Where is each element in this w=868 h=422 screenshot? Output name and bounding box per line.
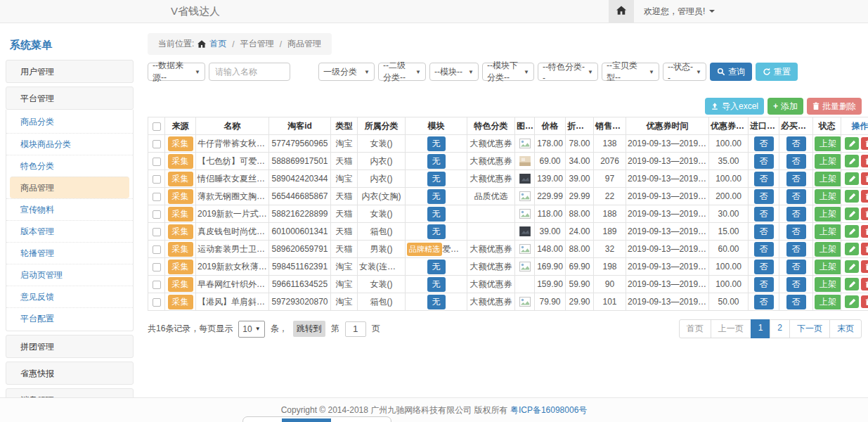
sidebar-item-10[interactable]: 意见反馈 — [6, 286, 133, 307]
sidebar-item-7[interactable]: 版本管理 — [6, 220, 133, 242]
user-menu[interactable]: 欢迎您，管理员! — [634, 0, 725, 23]
first-page-button[interactable]: 首页 — [679, 319, 711, 338]
delete-button[interactable] — [861, 260, 868, 273]
status-button[interactable]: 上架 — [815, 260, 841, 274]
page-1-button[interactable]: 1 — [751, 319, 771, 338]
sidebar-item-13[interactable]: 省惠快报 — [6, 362, 134, 385]
status-button[interactable]: 上架 — [815, 277, 841, 292]
add-button[interactable]: + 添加 — [767, 98, 803, 115]
module-select[interactable]: --模块--▼ — [429, 63, 479, 81]
edit-button[interactable] — [845, 243, 859, 255]
import-select-toggle[interactable]: 否 — [754, 172, 774, 186]
status-button[interactable]: 上架 — [815, 207, 841, 222]
level1-category-select[interactable]: 一级分类▼ — [318, 63, 375, 81]
status-button[interactable]: 上架 — [815, 136, 841, 151]
import-select-toggle[interactable]: 否 — [754, 295, 774, 309]
next-page-button[interactable]: 下一页 — [789, 319, 830, 338]
sidebar-item-8[interactable]: 轮播管理 — [6, 242, 133, 264]
row-checkbox[interactable] — [153, 193, 161, 201]
batch-delete-button[interactable]: 批量删除 — [807, 98, 862, 115]
must-buy-toggle[interactable]: 否 — [786, 260, 806, 274]
sidebar-item-2[interactable]: 商品分类 — [6, 111, 133, 133]
status-button[interactable]: 上架 — [815, 295, 841, 309]
row-checkbox[interactable] — [153, 228, 161, 236]
edit-button[interactable] — [845, 172, 859, 185]
delete-button[interactable] — [861, 295, 868, 308]
import-select-toggle[interactable]: 否 — [754, 224, 774, 239]
delete-button[interactable] — [861, 155, 868, 167]
per-page-select[interactable]: 10 ▼ — [238, 321, 264, 338]
import-select-toggle[interactable]: 否 — [754, 242, 774, 257]
edit-button[interactable] — [845, 207, 859, 220]
status-button[interactable]: 上架 — [815, 242, 841, 257]
page-number-input[interactable] — [345, 321, 366, 337]
sidebar-item-11[interactable]: 平台配置 — [6, 307, 133, 329]
must-buy-toggle[interactable]: 否 — [786, 295, 806, 309]
sidebar-item-6[interactable]: 宣传物料 — [6, 198, 133, 220]
status-select[interactable]: --状态--▼ — [663, 63, 706, 81]
module-subcategory-select[interactable]: --模块下分类--▼ — [482, 63, 534, 81]
import-select-toggle[interactable]: 否 — [754, 136, 774, 151]
edit-button[interactable] — [845, 225, 859, 238]
name-search-input[interactable] — [209, 63, 290, 81]
row-checkbox[interactable] — [153, 298, 161, 307]
icp-link[interactable]: 粤ICP备16098006号 — [510, 405, 587, 415]
row-checkbox[interactable] — [153, 158, 161, 166]
status-button[interactable]: 上架 — [815, 224, 841, 239]
must-buy-toggle[interactable]: 否 — [786, 207, 806, 222]
delete-button[interactable] — [861, 137, 868, 150]
row-checkbox[interactable] — [153, 245, 161, 254]
sidebar-item-0[interactable]: 用户管理 — [6, 60, 134, 83]
level2-category-select[interactable]: --二级分类--▼ — [378, 63, 426, 81]
must-buy-toggle[interactable]: 否 — [786, 277, 806, 292]
edit-button[interactable] — [845, 278, 859, 290]
delete-button[interactable] — [861, 207, 868, 220]
delete-button[interactable] — [861, 172, 868, 185]
must-buy-toggle[interactable]: 否 — [786, 154, 806, 169]
import-select-toggle[interactable]: 否 — [754, 277, 774, 292]
delete-button[interactable] — [861, 225, 868, 238]
sidebar-item-4[interactable]: 特色分类 — [6, 155, 133, 177]
row-checkbox[interactable] — [153, 263, 161, 271]
edit-button[interactable] — [845, 137, 859, 150]
reset-button[interactable]: 重置 — [756, 63, 798, 81]
status-button[interactable]: 上架 — [815, 189, 841, 204]
edit-button[interactable] — [845, 155, 859, 167]
breadcrumb-home-link[interactable]: 首页 — [209, 38, 226, 50]
import-select-toggle[interactable]: 否 — [754, 260, 774, 274]
must-buy-toggle[interactable]: 否 — [786, 189, 806, 204]
item-type-select[interactable]: --宝贝类型--▼ — [602, 63, 659, 81]
page-2-button[interactable]: 2 — [770, 319, 790, 338]
sidebar-item-5[interactable]: 商品管理 — [10, 177, 129, 198]
edit-button[interactable] — [845, 295, 859, 308]
search-button[interactable]: 查询 — [710, 63, 752, 81]
sidebar-item-1[interactable]: 平台管理 — [6, 87, 134, 110]
status-button[interactable]: 上架 — [815, 154, 841, 169]
prev-page-button[interactable]: 上一页 — [711, 319, 751, 338]
sidebar-item-9[interactable]: 启动页管理 — [6, 264, 133, 286]
delete-button[interactable] — [861, 243, 868, 255]
import-select-toggle[interactable]: 否 — [754, 154, 774, 169]
home-button[interactable] — [609, 0, 634, 23]
feature-category-select[interactable]: --特色分类--▼ — [538, 63, 598, 81]
delete-button[interactable] — [861, 190, 868, 203]
must-buy-toggle[interactable]: 否 — [786, 242, 806, 257]
edit-button[interactable] — [845, 260, 859, 273]
sidebar-item-3[interactable]: 模块商品分类 — [6, 133, 133, 155]
row-checkbox[interactable] — [153, 210, 161, 219]
import-select-toggle[interactable]: 否 — [754, 189, 774, 204]
row-checkbox[interactable] — [153, 281, 161, 289]
must-buy-toggle[interactable]: 否 — [786, 172, 806, 186]
row-checkbox[interactable] — [153, 140, 161, 148]
sidebar-item-12[interactable]: 拼团管理 — [6, 335, 134, 358]
import-select-toggle[interactable]: 否 — [754, 207, 774, 222]
delete-button[interactable] — [861, 278, 868, 290]
data-source-select[interactable]: --数据来源--▼ — [148, 63, 205, 81]
jump-button[interactable]: 跳转到 — [293, 321, 325, 337]
select-all-checkbox[interactable] — [153, 122, 161, 131]
status-button[interactable]: 上架 — [815, 172, 841, 186]
row-checkbox[interactable] — [153, 175, 161, 184]
must-buy-toggle[interactable]: 否 — [786, 136, 806, 151]
last-page-button[interactable]: 末页 — [829, 319, 862, 338]
edit-button[interactable] — [845, 190, 859, 203]
